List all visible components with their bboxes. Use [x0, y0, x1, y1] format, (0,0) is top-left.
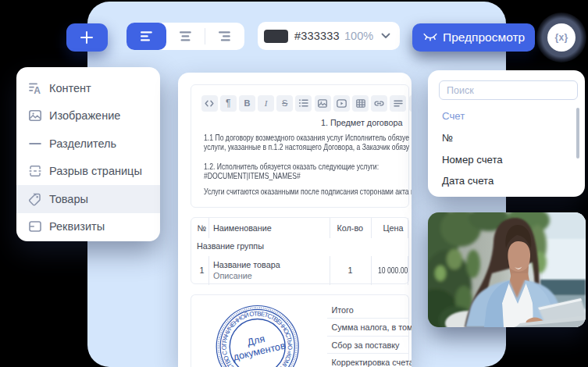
svg-text:A: A — [34, 85, 41, 95]
